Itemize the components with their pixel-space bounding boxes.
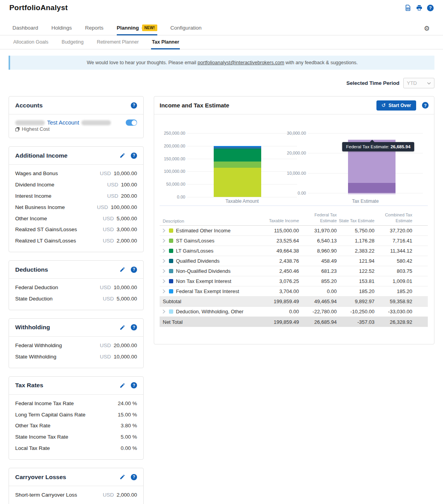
series-color-swatch xyxy=(169,239,173,243)
card-body: Test Account Highest Cost xyxy=(9,114,143,138)
bar-segment-estimated-other-income[interactable] xyxy=(214,168,261,197)
main-tabs-row: DashboardHoldingsReportsPlanningNEW!Conf… xyxy=(0,21,443,35)
print-icon[interactable] xyxy=(416,4,423,11)
row-value: 26,328.92 xyxy=(374,319,412,325)
subtab-allocation-goals[interactable]: Allocation Goals xyxy=(12,35,49,49)
row-value: 31,970.00 xyxy=(299,228,337,234)
row-description: LT Gains/Losses xyxy=(160,248,261,254)
row-label: Federal Income Tax Rate xyxy=(15,400,74,407)
row-value: 458.49 xyxy=(299,258,337,264)
currency-code: USD xyxy=(100,354,111,360)
account-alias-redacted xyxy=(81,120,111,125)
help-icon[interactable]: ? xyxy=(131,474,137,480)
tab-holdings[interactable]: Holdings xyxy=(51,21,72,35)
chevron-down-icon xyxy=(427,82,431,84)
account-toggle[interactable] xyxy=(126,119,137,126)
row-value: USD200.00 xyxy=(107,193,137,199)
bar-segment-below-zero-band[interactable] xyxy=(348,193,396,194)
row-value: 580.42 xyxy=(374,258,412,264)
amount: 5.00 % xyxy=(121,434,137,440)
subtab-tax-planner[interactable]: Tax Planner xyxy=(151,35,180,49)
row-value: USD10,000.00 xyxy=(100,170,137,176)
expand-chevron-icon[interactable] xyxy=(160,249,169,253)
expand-chevron-icon[interactable] xyxy=(160,269,169,273)
row-value: 8,960.90 xyxy=(299,248,337,254)
tab-configuration[interactable]: Configuration xyxy=(171,21,202,35)
expand-chevron-icon[interactable] xyxy=(160,228,169,233)
tab-dashboard[interactable]: Dashboard xyxy=(12,21,38,35)
help-icon[interactable]: ? xyxy=(131,102,137,109)
bar-segment-st-gains-losses[interactable] xyxy=(214,162,261,167)
table-header-row: DescriptionTaxable IncomeFederal Tax Est… xyxy=(160,212,428,226)
bar-segment-non-qualified-dividends[interactable] xyxy=(214,148,261,148)
banner-text-before: We would love to hear your thoughts. Ple… xyxy=(87,60,198,65)
row-value: 681.23 xyxy=(299,268,337,274)
edit-icon[interactable] xyxy=(120,267,125,272)
edit-icon[interactable] xyxy=(120,153,125,158)
help-icon[interactable]: ? xyxy=(427,5,434,11)
bar-segment-qualified-dividends[interactable] xyxy=(214,148,261,149)
bar-segment-tax-estimate-lower-band[interactable] xyxy=(348,183,396,193)
row-label: Local Tax Rate xyxy=(15,445,50,452)
row-value: 1,176.28 xyxy=(337,238,374,244)
card-header: Accounts ? xyxy=(9,97,143,114)
subtab-retirement-planner[interactable]: Retirement Planner xyxy=(96,35,140,49)
currency-code: USD xyxy=(103,296,114,302)
tab-planning[interactable]: PlanningNEW! xyxy=(117,21,157,35)
row-description: Federal Tax Exempt Interest xyxy=(160,288,261,294)
bar-segment-non-tax-exempt-interest[interactable] xyxy=(214,147,261,148)
tab-label: Configuration xyxy=(171,25,202,31)
currency-code: USD xyxy=(103,238,114,244)
export-pdf-icon[interactable]: PDF xyxy=(404,4,411,11)
card-row-dividend-income: Dividend IncomeUSD100.00 xyxy=(15,179,137,191)
card-row-state-withholding: State WithholdingUSD10,000.00 xyxy=(15,351,137,363)
tab-reports[interactable]: Reports xyxy=(85,21,104,35)
help-icon[interactable]: ? xyxy=(422,102,429,109)
row-value: 3,076.25 xyxy=(261,278,299,284)
card-carryover-losses: Carryover Losses?Short-term Carryover Lo… xyxy=(9,468,144,504)
currency-code: USD xyxy=(103,227,114,232)
currency-code: USD xyxy=(103,216,114,221)
row-value: 2,383.22 xyxy=(337,248,374,254)
expand-chevron-icon[interactable] xyxy=(160,279,169,283)
tooltip-label: Federal Tax Estimate: xyxy=(346,144,389,149)
table-row-subtotal: Subtotal199,859.4949,465.949,892.9759,35… xyxy=(160,297,428,307)
edit-icon[interactable] xyxy=(120,383,125,388)
gridline xyxy=(308,133,423,133)
expand-chevron-icon[interactable] xyxy=(160,289,169,293)
expand-chevron-icon[interactable] xyxy=(160,309,169,314)
time-period-select[interactable]: YTD xyxy=(403,78,434,88)
expand-chevron-icon[interactable] xyxy=(160,239,169,243)
expand-chevron-icon[interactable] xyxy=(160,259,169,263)
currency-code: USD xyxy=(100,284,111,290)
currency-code: USD xyxy=(100,342,111,348)
settings-gear-icon[interactable]: ⚙ xyxy=(424,25,430,32)
amount: 5,000.00 xyxy=(116,216,137,221)
help-icon[interactable]: ? xyxy=(131,324,137,330)
tab-label: Reports xyxy=(85,25,104,31)
row-label: Net Business Income xyxy=(15,204,65,211)
edit-icon[interactable] xyxy=(120,325,125,330)
bar-segment-federal-tax-exempt-interest[interactable] xyxy=(214,146,261,147)
table-row-non-qualified-dividends: Non-Qualified Dividends2,450.46681.23122… xyxy=(160,266,428,276)
feedback-email-link[interactable]: portfolioanalyst@interactivebrokers.com xyxy=(198,60,285,65)
card-row-short-term-carryover-loss: Short-term Carryover LossUSD2,000.00 xyxy=(15,490,137,501)
help-icon[interactable]: ? xyxy=(131,382,137,388)
row-description: Estimated Other Income xyxy=(160,228,261,234)
edit-icon[interactable] xyxy=(120,474,125,480)
help-icon[interactable]: ? xyxy=(131,153,137,159)
y-axis-tick-label: 0.00 xyxy=(278,191,306,195)
row-value: 122.52 xyxy=(337,268,374,274)
chart-tooltip: Federal Tax Estimate: 26,685.94 xyxy=(342,142,414,151)
bar-segment-lt-gains-losses[interactable] xyxy=(214,149,261,162)
card-row-other-tax-rate: Other Tax Rate3.80 % xyxy=(15,420,137,432)
subtab-budgeting[interactable]: Budgeting xyxy=(61,35,84,49)
card-header: Carryover Losses? xyxy=(9,468,143,486)
header-combined-tax-estimate: Combined Tax Estimate xyxy=(374,212,412,223)
help-icon[interactable]: ? xyxy=(131,267,137,273)
amount: 2,000.00 xyxy=(116,238,137,244)
row-label: Qualified Dividends xyxy=(176,258,220,264)
row-value: 5.00 % xyxy=(121,434,137,440)
row-value: USD20,000.00 xyxy=(100,342,137,348)
start-over-button[interactable]: ↺ Start Over xyxy=(376,100,416,111)
